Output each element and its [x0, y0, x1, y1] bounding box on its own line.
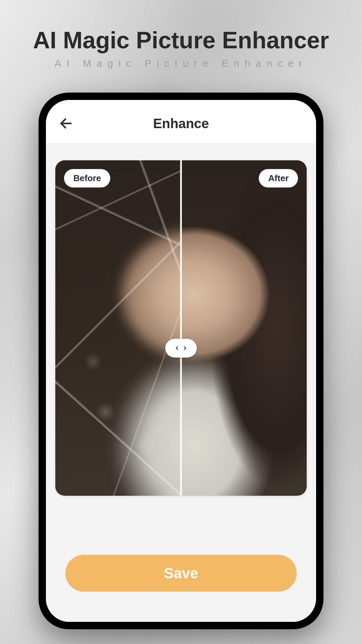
marketing-subtitle: AI Magic Picture Enhancer	[33, 58, 329, 69]
marketing-header: AI Magic Picture Enhancer AI Magic Pictu…	[33, 0, 329, 69]
app-header: Enhance	[46, 100, 316, 143]
back-arrow-icon	[59, 116, 73, 131]
phone-frame: Enhance Before After Save	[39, 93, 323, 629]
before-label: Before	[64, 169, 110, 187]
back-button[interactable]	[56, 113, 76, 133]
compare-image-container[interactable]: Before After	[55, 160, 307, 496]
compare-divider[interactable]	[180, 160, 182, 496]
content-area: Before After Save	[46, 143, 316, 622]
after-label: After	[259, 169, 298, 187]
chevron-right-icon	[182, 345, 188, 351]
chevron-left-icon	[174, 345, 180, 351]
marketing-title: AI Magic Picture Enhancer	[33, 27, 329, 54]
save-button[interactable]: Save	[65, 555, 297, 592]
compare-slider-handle[interactable]	[165, 339, 197, 358]
phone-screen: Enhance Before After Save	[46, 100, 316, 622]
page-title: Enhance	[153, 116, 209, 131]
